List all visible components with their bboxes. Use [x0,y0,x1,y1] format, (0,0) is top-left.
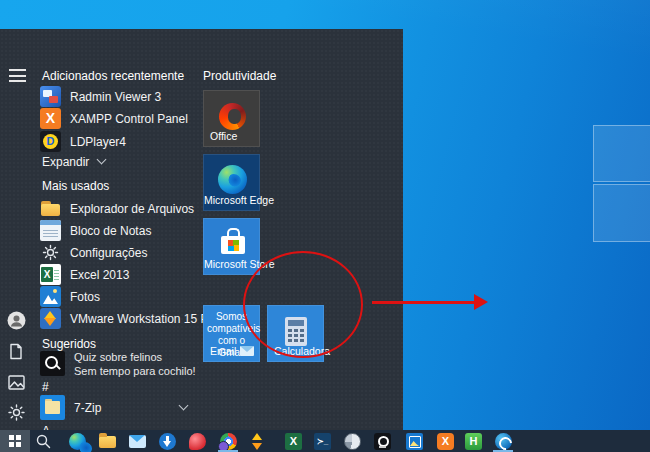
settings-button[interactable] [6,402,26,422]
notepad-icon [40,220,61,241]
wallpaper-window-pane-top [593,125,650,182]
app-item-excel[interactable]: Excel 2013 [40,264,129,285]
app-label: Excel 2013 [70,268,129,282]
tile-edge[interactable]: Microsoft Edge [203,154,260,211]
app-label: Fotos [70,290,100,304]
app-folder-icon [40,395,65,420]
suggested-subtitle: Sem tempo para cochilo! [74,365,196,377]
tile-store[interactable]: Microsoft Store [203,218,260,275]
tile-label: Microsoft Edge [204,194,259,206]
pictures-button[interactable] [6,372,26,392]
file-explorer-icon[interactable] [99,436,116,448]
office-icon [219,103,246,130]
app-label: XAMPP Control Panel [70,112,188,126]
user-avatar[interactable] [6,310,26,330]
radmin-viewer-icon [40,86,61,107]
app-item-notepad[interactable]: Bloco de Notas [40,220,151,241]
app-label: 7-Zip [74,401,101,415]
wallpaper-window-pane-bottom [593,184,650,242]
alpha-letter-hash[interactable]: # [42,380,49,394]
app-group-7zip[interactable]: 7-Zip [40,395,101,420]
app-item-photos[interactable]: Fotos [40,286,100,307]
powershell-icon[interactable]: ≻_ [314,433,331,450]
green-h-app-icon[interactable]: H [465,433,482,450]
suggested-item[interactable]: Quiz sobre felinos Sem tempo para cochil… [40,351,196,377]
start-button[interactable] [0,430,30,452]
photos-app-icon[interactable] [406,433,423,450]
app-label: Radmin Viewer 3 [70,90,161,104]
settings-gear-icon [40,242,61,263]
camera-app-icon[interactable] [374,433,391,450]
xampp-icon[interactable]: X [437,433,454,450]
screen: Adicionados recentemente Radmin Viewer 3… [0,0,650,452]
app-item-xampp[interactable]: XAMPP Control Panel [40,108,188,129]
app-item-ldplayer[interactable]: LDPlayer4 [40,131,126,152]
app-item-radmin[interactable]: Radmin Viewer 3 [40,86,161,107]
app-item-settings[interactable]: Configurações [40,242,147,263]
chevron-down-icon [98,156,106,164]
magnifier-ad-icon [40,351,65,376]
tile-email[interactable]: Somos compatíveis com o Gmail Email [203,305,260,362]
red-app-icon[interactable] [189,433,206,450]
menu-icon[interactable] [9,69,26,82]
pictures-icon [8,375,25,390]
suggested-title: Quiz sobre felinos [74,351,196,363]
taskbar: X ≻_ X H [0,430,650,452]
tile-label: Office [210,130,237,142]
edge-icon [218,165,247,194]
app-label: Configurações [70,246,147,260]
search-icon[interactable] [36,434,53,451]
vmware-icon[interactable] [249,433,266,450]
tile-office[interactable]: Office [203,90,260,147]
expand-label: Expandir [42,155,89,169]
tile-group-header[interactable]: Produtividade [203,69,276,83]
microsoft-store-icon [221,236,245,254]
file-explorer-icon [40,198,61,219]
user-avatar-icon [7,311,26,330]
section-header-recent: Adicionados recentemente [42,69,184,83]
xampp-icon [40,108,61,129]
app-label: Bloco de Notas [70,224,151,238]
documents-button[interactable] [6,341,26,361]
mail-icon [240,346,254,356]
tile-calculator[interactable]: Calculadora [267,305,324,362]
edge-icon[interactable] [69,433,86,450]
windows-logo-icon [9,435,21,447]
excel-icon[interactable]: X [285,433,302,450]
download-manager-icon[interactable] [159,433,176,450]
vmware-icon [40,308,61,329]
start-menu: Adicionados recentemente Radmin Viewer 3… [0,29,403,430]
expand-button[interactable]: Expandir [42,155,106,169]
section-header-most-used: Mais usados [42,179,109,193]
tile-label: Email [210,345,236,357]
chrome-icon[interactable] [220,433,237,450]
documents-icon [8,343,24,360]
chevron-down-icon[interactable] [180,402,188,410]
app-label: LDPlayer4 [70,135,126,149]
app-label: Explorador de Arquivos [70,202,194,216]
excel-icon [40,264,61,285]
ldplayer-icon [40,131,61,152]
tile-label: Calculadora [274,345,330,357]
calculator-icon [285,317,307,346]
blue-swirl-app-icon[interactable] [495,433,512,450]
tile-label: Microsoft Store [204,258,259,270]
mail-icon[interactable] [129,435,146,448]
section-header-suggested: Sugeridos [42,337,96,351]
photos-icon [40,286,61,307]
app-item-explorer[interactable]: Explorador de Arquivos [40,198,194,219]
disk-pie-icon[interactable] [344,433,361,450]
settings-icon [8,404,25,421]
